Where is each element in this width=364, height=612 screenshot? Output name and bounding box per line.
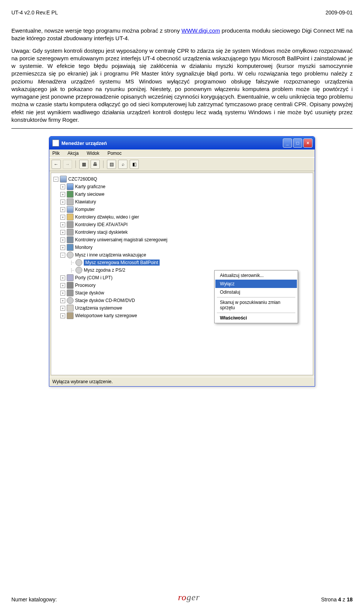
ctx-separator [217, 313, 295, 313]
tree-item[interactable]: +Kontrolery uniwersalnej magistrali szer… [60, 236, 311, 244]
paragraph-1: Ewentualne, nowsze wersje tego programu … [11, 27, 353, 42]
toolbar-sep2 [103, 160, 104, 168]
brand-logo: roger [178, 592, 200, 603]
keyboard-icon [67, 198, 74, 205]
item-label: Monitory [75, 245, 93, 250]
brand-ger: ger [187, 592, 200, 602]
port-icon [67, 274, 74, 281]
close-button[interactable]: × [303, 138, 312, 148]
collapse-icon[interactable]: − [60, 253, 65, 258]
digi-link[interactable]: WWW.digi.com [182, 27, 220, 34]
usb-icon [67, 236, 74, 243]
device-manager-window: Menedżer urządzeń _ □ × Plik Akcja Widok… [49, 136, 315, 387]
expand-icon[interactable]: + [60, 192, 65, 197]
cd-icon [67, 297, 74, 304]
devmgr-icon [52, 140, 59, 146]
toolbar-sep [75, 160, 76, 168]
window-title: Menedżer urządzeń [61, 140, 107, 146]
item-label: Kontrolery dźwięku, wideo i gier [75, 214, 139, 220]
menu-widok[interactable]: Widok [87, 151, 99, 156]
tree-item[interactable]: +Kontrolery IDE ATA/ATAPI [60, 221, 311, 228]
tb-scan-icon[interactable]: ⌕ [118, 160, 127, 169]
menu-pomoc[interactable]: Pomoc [107, 151, 121, 156]
ctx-uninstall[interactable]: Odinstaluj [215, 288, 297, 296]
item-label: Stacje dysków [75, 290, 104, 296]
context-menu: Aktualizuj sterownik... Wyłącz Odinstalu… [214, 270, 298, 323]
expand-icon[interactable]: + [60, 200, 65, 205]
expand-icon[interactable]: + [60, 313, 65, 318]
back-button[interactable]: ← [52, 160, 61, 169]
expand-icon[interactable]: + [60, 291, 65, 296]
menadzer-ref: Menadżera urządzeń [38, 78, 95, 85]
item-label: Mysz zgodna z PS/2 [84, 267, 125, 273]
header-right: 2009-09-01 [325, 9, 353, 16]
expand-icon[interactable]: + [60, 283, 65, 288]
statusbar: Wyłącza wybrane urządzenie. [49, 377, 315, 386]
expand-icon[interactable]: + [60, 298, 65, 303]
item-label: Procesory [75, 283, 96, 288]
toolbar: ← → ▦ 🖶 ▤ ⌕ ◧ [49, 157, 315, 171]
menu-plik[interactable]: Plik [52, 151, 60, 156]
expand-icon[interactable]: + [60, 306, 65, 311]
tb-console-icon[interactable]: ▦ [79, 160, 88, 169]
maximize-button[interactable]: □ [293, 138, 302, 148]
tree-item-mouse-parent[interactable]: −Mysz i inne urządzenia wskazujące [60, 251, 311, 259]
display-icon [67, 183, 74, 190]
tree-line: ┆┈ [70, 268, 74, 272]
expand-icon[interactable]: + [60, 184, 65, 189]
menu-akcja[interactable]: Akcja [67, 151, 78, 156]
ctx-update-driver[interactable]: Aktualizuj sterownik... [215, 271, 297, 280]
tree-item[interactable]: +Klawiatury [60, 198, 311, 206]
item-label: Wieloportowe karty szeregowe [75, 313, 137, 318]
tree-item[interactable]: +Kontrolery stacji dyskietek [60, 228, 311, 236]
ide-icon [67, 221, 74, 228]
tree-item[interactable]: +Karty graficzne [60, 183, 311, 190]
ctx-properties[interactable]: Właściwości [215, 314, 297, 322]
page-number: 4 [338, 596, 341, 603]
tree-item[interactable]: +Karty sieciowe [60, 190, 311, 198]
computer-icon [67, 206, 74, 213]
titlebar[interactable]: Menedżer urządzeń _ □ × [49, 137, 315, 149]
tree-item[interactable]: +Monitory [60, 244, 311, 251]
expand-icon[interactable]: + [60, 215, 65, 220]
status-text: Wyłącza wybrane urządzenie. [52, 379, 113, 384]
tree-item[interactable]: +Komputer [60, 206, 311, 213]
monitor-icon [67, 244, 74, 251]
header-left: UT-4 v2.0 Rev.E PL [11, 9, 58, 16]
mouse-icon [67, 252, 74, 258]
tree-item-ballpoint[interactable]: ┆┈Mysz szeregowa Microsoft BallPoint [70, 259, 311, 266]
expand-icon[interactable]: + [60, 230, 65, 235]
page-header: UT-4 v2.0 Rev.E PL 2009-09-01 [11, 9, 353, 16]
expand-icon[interactable]: + [60, 245, 65, 250]
system-icon [67, 305, 74, 312]
collapse-icon[interactable]: − [53, 177, 58, 182]
ctx-scan[interactable]: Skanuj w poszukiwaniu zmian sprzętu [215, 298, 297, 312]
expand-icon[interactable]: + [60, 207, 65, 212]
expand-icon[interactable]: + [60, 222, 65, 227]
tb-properties-icon[interactable]: ▤ [107, 160, 116, 169]
item-label: Mysz i inne urządzenia wskazujące [75, 252, 146, 258]
footer-right: Strona 4 z 18 [321, 596, 353, 603]
page-of: z [341, 596, 347, 603]
minimize-button[interactable]: _ [283, 138, 292, 148]
tree-root[interactable]: − CZC7260D8Q [53, 175, 311, 183]
page-total: 18 [347, 596, 353, 603]
device-tree[interactable]: − CZC7260D8Q +Karty graficzne +Karty sie… [51, 173, 313, 375]
expand-icon[interactable]: + [60, 238, 65, 242]
para1-pre: Ewentualne, nowsze wersje tego programu … [11, 27, 182, 34]
network-icon [67, 191, 74, 198]
separator [11, 128, 353, 129]
tb-print-icon[interactable]: 🖶 [91, 160, 100, 169]
item-label: Kontrolery IDE ATA/ATAPI [75, 222, 128, 227]
computer-icon [60, 176, 67, 182]
item-label: Karty graficzne [75, 184, 105, 189]
forward-button[interactable]: → [63, 160, 72, 169]
tree-item[interactable]: +Kontrolery dźwięku, wideo i gier [60, 213, 311, 221]
floppy-icon [67, 229, 74, 236]
ctx-disable[interactable]: Wyłącz [215, 280, 297, 288]
root-label: CZC7260D8Q [68, 176, 97, 182]
item-label: Porty (COM i LPT) [75, 275, 113, 280]
expand-icon[interactable]: + [60, 275, 65, 280]
tb-extra-icon[interactable]: ◧ [130, 160, 139, 169]
item-label: Karty sieciowe [75, 192, 104, 197]
